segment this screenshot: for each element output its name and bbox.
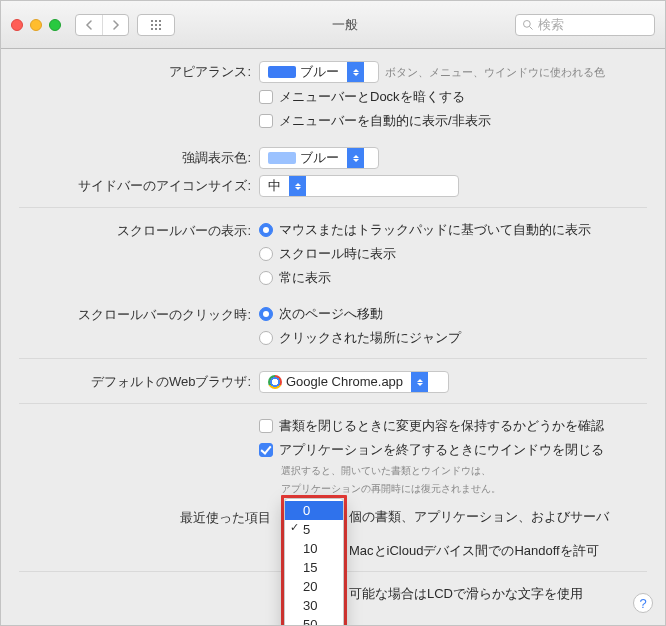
search-placeholder: 検索 bbox=[538, 16, 564, 34]
sidebar-icon-label: サイドバーのアイコンサイズ: bbox=[19, 175, 259, 197]
appearance-suffix: ボタン、メニュー、ウインドウに使われる色 bbox=[385, 62, 605, 82]
nav-forward-button[interactable] bbox=[102, 15, 128, 35]
close-windows-help2: アプリケーションの再開時には復元されません。 bbox=[259, 482, 647, 496]
autohide-label: メニューバーを自動的に表示/非表示 bbox=[279, 111, 491, 131]
browser-value: Google Chrome.app bbox=[286, 372, 403, 392]
zoom-window-button[interactable] bbox=[49, 19, 61, 31]
nav-back-forward bbox=[75, 14, 129, 36]
browser-select[interactable]: Google Chrome.app bbox=[259, 371, 449, 393]
recent-label: 最近使った項目 bbox=[19, 507, 279, 529]
close-windows-checkbox[interactable] bbox=[259, 443, 273, 457]
grid-icon bbox=[150, 19, 162, 31]
scrollbar-auto-label: マウスまたはトラックパッドに基づいて自動的に表示 bbox=[279, 220, 591, 240]
window-title: 一般 bbox=[183, 16, 507, 34]
close-window-button[interactable] bbox=[11, 19, 23, 31]
scrollbar-when-label: スクロール時に表示 bbox=[279, 244, 396, 264]
separator bbox=[19, 358, 647, 359]
scrollbar-show-label: スクロールバーの表示: bbox=[19, 220, 259, 242]
darken-checkbox[interactable] bbox=[259, 90, 273, 104]
appearance-select[interactable]: ブルー bbox=[259, 61, 379, 83]
blue-swatch-icon bbox=[268, 66, 296, 78]
scrollbar-jump-label: クリックされた場所にジャンプ bbox=[279, 328, 461, 348]
nav-back-button[interactable] bbox=[76, 15, 102, 35]
recent-option-0[interactable]: 0 bbox=[285, 501, 343, 520]
sidebar-icon-value: 中 bbox=[260, 176, 289, 196]
recent-suffix: 個の書類、アプリケーション、およびサーバ bbox=[349, 507, 609, 527]
scrollbar-always-label: 常に表示 bbox=[279, 268, 331, 288]
scrollbar-page-label: 次のページへ移動 bbox=[279, 304, 383, 324]
scrollbar-when-radio[interactable] bbox=[259, 247, 273, 261]
handoff-label: MacとiCloudデバイス間でのHandoffを許可 bbox=[349, 541, 599, 561]
appearance-value: ブルー bbox=[300, 62, 339, 82]
highlight-label: 強調表示色: bbox=[19, 147, 259, 169]
recent-items-popup: 0 5 10 15 20 30 50 bbox=[281, 495, 347, 626]
recent-items-menu[interactable]: 0 5 10 15 20 30 50 bbox=[284, 498, 344, 626]
autohide-checkbox[interactable] bbox=[259, 114, 273, 128]
close-windows-help1: 選択すると、開いていた書類とウインドウは、 bbox=[259, 464, 647, 478]
svg-point-0 bbox=[524, 20, 531, 27]
chevron-updown-icon bbox=[289, 176, 306, 196]
darken-label: メニューバーとDockを暗くする bbox=[279, 87, 465, 107]
recent-option-30[interactable]: 30 bbox=[285, 596, 343, 615]
chrome-icon bbox=[268, 375, 282, 389]
close-windows-label: アプリケーションを終了するときにウインドウを閉じる bbox=[279, 440, 604, 460]
confirm-changes-label: 書類を閉じるときに変更内容を保持するかどうかを確認 bbox=[279, 416, 604, 436]
scrollbar-click-label: スクロールバーのクリック時: bbox=[19, 304, 259, 326]
chevron-updown-icon bbox=[347, 62, 364, 82]
separator bbox=[19, 207, 647, 208]
toolbar: 一般 検索 bbox=[1, 1, 665, 49]
scrollbar-auto-radio[interactable] bbox=[259, 223, 273, 237]
scrollbar-jump-radio[interactable] bbox=[259, 331, 273, 345]
browser-label: デフォルトのWebブラウザ: bbox=[19, 371, 259, 393]
help-button[interactable]: ? bbox=[633, 593, 653, 613]
recent-option-50[interactable]: 50 bbox=[285, 615, 343, 626]
window-controls bbox=[11, 19, 61, 31]
show-all-button[interactable] bbox=[137, 14, 175, 36]
highlight-box: 0 5 10 15 20 30 50 bbox=[281, 495, 347, 626]
chevron-updown-icon bbox=[347, 148, 364, 168]
recent-option-15[interactable]: 15 bbox=[285, 558, 343, 577]
highlight-select[interactable]: ブルー bbox=[259, 147, 379, 169]
appearance-label: アピアランス: bbox=[19, 61, 259, 83]
recent-option-5[interactable]: 5 bbox=[285, 520, 343, 539]
minimize-window-button[interactable] bbox=[30, 19, 42, 31]
svg-line-1 bbox=[530, 26, 533, 29]
chevron-updown-icon bbox=[411, 372, 428, 392]
lightblue-swatch-icon bbox=[268, 152, 296, 164]
highlight-value: ブルー bbox=[300, 148, 339, 168]
separator bbox=[19, 403, 647, 404]
scrollbar-always-radio[interactable] bbox=[259, 271, 273, 285]
lcd-label: 可能な場合はLCDで滑らかな文字を使用 bbox=[349, 584, 583, 604]
scrollbar-page-radio[interactable] bbox=[259, 307, 273, 321]
search-field[interactable]: 検索 bbox=[515, 14, 655, 36]
sidebar-icon-select[interactable]: 中 bbox=[259, 175, 459, 197]
confirm-changes-checkbox[interactable] bbox=[259, 419, 273, 433]
recent-option-20[interactable]: 20 bbox=[285, 577, 343, 596]
search-icon bbox=[522, 19, 534, 31]
recent-option-10[interactable]: 10 bbox=[285, 539, 343, 558]
